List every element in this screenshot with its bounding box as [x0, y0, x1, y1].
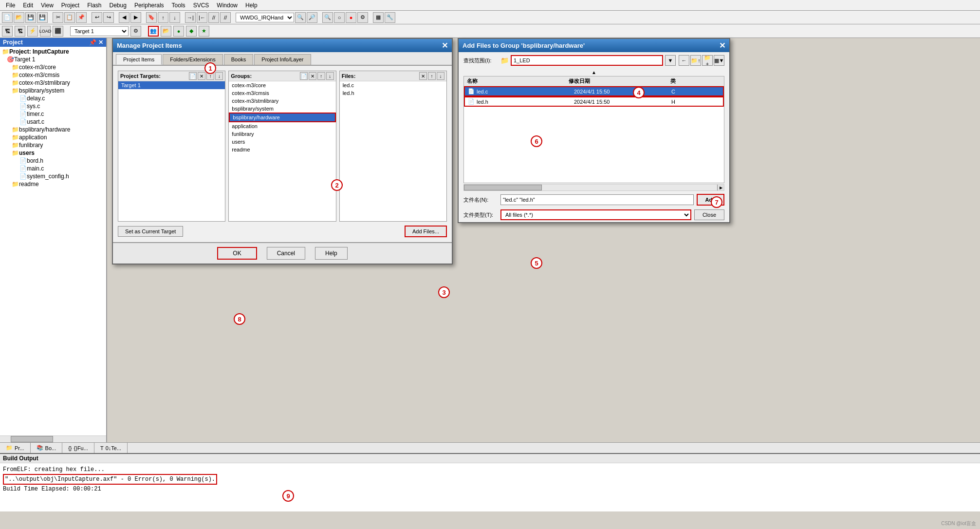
load-btn[interactable]: LOAD [40, 26, 51, 37]
menu-flash[interactable]: Flash [83, 1, 105, 10]
panel-close-icon[interactable]: ✕ [98, 39, 103, 46]
tree-item-delay[interactable]: 📄 delay.c [1, 94, 105, 102]
bookmark-prev-btn[interactable]: ↑ [158, 12, 168, 23]
tree-item-cmsis[interactable]: 📁 cotex-m3/cmsis [1, 71, 105, 79]
build-btn[interactable]: 🏗 [2, 26, 13, 37]
menu-svcs[interactable]: SVCS [189, 1, 213, 10]
menu-project[interactable]: Project [57, 1, 83, 10]
group-item-3[interactable]: bsplibrary/system [229, 105, 335, 113]
manage-project-btn[interactable]: 👥 [148, 26, 159, 37]
group-up-btn[interactable]: ↑ [317, 72, 325, 80]
set-current-target-btn[interactable]: Set as Current Target [118, 226, 183, 237]
tree-item-bord[interactable]: 📄 bord.h [1, 157, 105, 165]
help-button[interactable]: Help [315, 247, 348, 260]
zoom-btn[interactable]: 🔍 [322, 12, 333, 23]
tree-item-timer[interactable]: 📄 timer.c [1, 110, 105, 118]
group-new-btn[interactable]: 📄 [300, 72, 308, 80]
tree-item-stmlib[interactable]: 📁 cotex-m3/stmlibrary [1, 79, 105, 87]
new-folder-btn[interactable]: 📁+ [702, 55, 713, 66]
file-row-ledc[interactable]: 📄 led.c 2024/4/1 15:50 C [464, 86, 724, 96]
stop-btn[interactable]: ⬛ [53, 26, 63, 37]
group-item-1[interactable]: cotex-m3/cmsis [229, 89, 335, 97]
filename-input[interactable] [500, 194, 694, 205]
nav-up-file-btn[interactable]: 📁↑ [690, 55, 701, 66]
settings-btn[interactable]: ⚙ [357, 12, 368, 23]
indent2-btn[interactable]: |← [197, 12, 207, 23]
menu-help[interactable]: Help [241, 1, 261, 10]
tree-item-root[interactable]: 📁 Project: InputCapture [1, 48, 105, 56]
uncomment-btn[interactable]: // [220, 12, 231, 23]
compile-btn[interactable]: ⚡ [27, 26, 38, 37]
new-btn[interactable]: 📄 [2, 12, 13, 23]
panel-tab-functions[interactable]: {} {}Fu... [62, 443, 94, 453]
open-btn[interactable]: 📂 [14, 12, 24, 23]
view-toggle-btn[interactable]: ▦▼ [714, 55, 724, 66]
group-item-4[interactable]: bsplibrary/hardware [229, 113, 335, 122]
tab-project-items[interactable]: Project Items [116, 54, 162, 65]
group-item-2[interactable]: cotex-m3/stmlibrary [229, 97, 335, 105]
group-del-btn[interactable]: ✕ [309, 72, 316, 80]
copy-btn[interactable]: 📋 [64, 12, 75, 23]
file-scrollbar[interactable]: ▶ [463, 184, 724, 191]
open-file-btn[interactable]: 📂 [161, 26, 171, 37]
green-circle1-btn[interactable]: ● [173, 26, 184, 37]
green-circle2-btn[interactable]: ◆ [186, 26, 197, 37]
menu-peripherals[interactable]: Peripherals [130, 1, 168, 10]
menu-edit[interactable]: Edit [19, 1, 37, 10]
add-files-close-btn[interactable]: ✕ [719, 41, 725, 50]
bookmark-next-btn[interactable]: ↓ [169, 12, 180, 23]
red-circle-btn[interactable]: ● [346, 12, 356, 23]
tree-item-app[interactable]: 📁 application [1, 133, 105, 141]
tree-item-usart[interactable]: 📄 usart.c [1, 118, 105, 126]
rebuild-btn[interactable]: 🏗 [15, 26, 25, 37]
tree-item-syscfg[interactable]: 📄 system_config.h [1, 172, 105, 180]
tree-item-funlib[interactable]: 📁 funlibrary [1, 141, 105, 149]
tree-item-target1[interactable]: 🎯 Target 1 [1, 56, 105, 63]
save-all-btn[interactable]: 💾 [37, 12, 48, 23]
tree-item-main[interactable]: 📄 main.c [1, 165, 105, 172]
menu-tools[interactable]: Tools [168, 1, 189, 10]
dropdown-btn[interactable]: ▼ [665, 55, 676, 66]
redo-btn[interactable]: ↪ [103, 12, 114, 23]
wrench-btn[interactable]: 🔧 [385, 12, 395, 23]
nav-back-btn[interactable]: ◀ [119, 12, 129, 23]
tree-item-core[interactable]: 📁 cotex-m3/core [1, 63, 105, 71]
panel-pin-icon[interactable]: 📌 [89, 39, 96, 46]
tab-books[interactable]: Books [224, 54, 254, 65]
grid-btn[interactable]: ▦ [373, 12, 384, 23]
menu-view[interactable]: View [37, 1, 57, 10]
cancel-button[interactable]: Cancel [267, 247, 305, 260]
group-item-6[interactable]: funlibrary [229, 130, 335, 138]
group-item-0[interactable]: cotex-m3/core [229, 81, 335, 89]
tree-item-bsp-system[interactable]: 📁 bsplibrary/system [1, 87, 105, 94]
indent-btn[interactable]: →| [185, 12, 196, 23]
panel-scrollbar[interactable] [0, 435, 106, 442]
file-item-0[interactable]: led.c [340, 81, 446, 89]
green-star-btn[interactable]: ★ [199, 26, 209, 37]
function-combo[interactable]: WWDG_IRQHandle [236, 13, 294, 22]
tab-project-info[interactable]: Project Info/Layer [254, 54, 311, 65]
menu-file[interactable]: File [2, 1, 19, 10]
tree-item-readme[interactable]: 📁 readme [1, 180, 105, 188]
target-settings-btn[interactable]: ⚙ [130, 26, 141, 37]
manage-dialog-close-btn[interactable]: ✕ [442, 41, 448, 50]
nav-fwd-btn[interactable]: ▶ [130, 12, 141, 23]
file-down-btn[interactable]: ↓ [437, 72, 444, 80]
filetype-select[interactable]: All files (*.*) [500, 209, 691, 220]
undo-btn[interactable]: ↩ [92, 12, 102, 23]
file-row-ledh[interactable]: 📄 led.h 2024/4/1 15:50 H [464, 96, 724, 107]
tree-item-bsp-hw[interactable]: 📁 bsplibrary/hardware [1, 126, 105, 133]
paste-btn[interactable]: 📌 [76, 12, 87, 23]
panel-tab-books[interactable]: 📚 Bo... [31, 443, 63, 453]
file-item-1[interactable]: led.h [340, 89, 446, 97]
group-item-5[interactable]: application [229, 122, 335, 130]
target-item-1[interactable]: Target 1 [118, 81, 225, 89]
panel-tab-project[interactable]: 📁 Pr... [0, 443, 31, 453]
file-del-btn[interactable]: ✕ [419, 72, 427, 80]
bookmark-btn[interactable]: 🔖 [146, 12, 157, 23]
target-down-btn[interactable]: ↓ [215, 72, 223, 80]
tree-item-users[interactable]: 📁 users [1, 149, 105, 157]
group-down-btn[interactable]: ↓ [326, 72, 334, 80]
search-input[interactable] [511, 55, 663, 66]
cut-btn[interactable]: ✂ [53, 12, 63, 23]
